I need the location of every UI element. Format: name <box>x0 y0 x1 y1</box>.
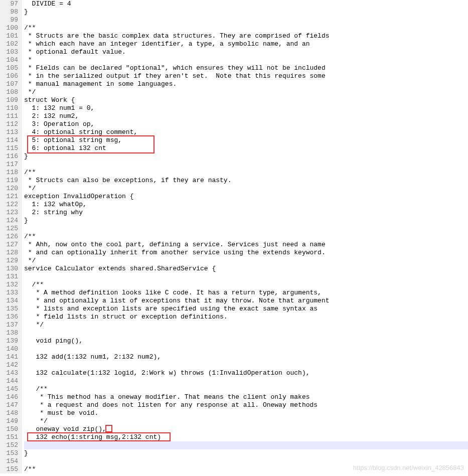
line-number: 143 <box>2 369 18 377</box>
code-line[interactable]: */ <box>24 185 468 193</box>
code-line[interactable]: 4: optional string comment, <box>24 128 468 136</box>
line-number: 129 <box>2 257 18 265</box>
code-line[interactable] <box>24 329 468 337</box>
code-line[interactable]: 3: Operation op, <box>24 120 468 128</box>
code-line[interactable]: * in the serialized output if they aren'… <box>24 72 468 80</box>
code-line[interactable]: * optional default value. <box>24 48 468 56</box>
code-line[interactable]: */ <box>24 417 468 425</box>
line-number: 145 <box>2 385 18 393</box>
line-number: 126 <box>2 233 18 241</box>
code-line[interactable]: } <box>24 8 468 16</box>
line-number: 132 <box>2 281 18 289</box>
code-line[interactable] <box>24 441 468 449</box>
line-number: 136 <box>2 313 18 321</box>
code-line[interactable] <box>24 361 468 369</box>
line-number: 103 <box>2 48 18 56</box>
line-number: 107 <box>2 80 18 88</box>
line-number: 118 <box>2 169 18 177</box>
code-line[interactable]: * manual management in some languages. <box>24 80 468 88</box>
line-number: 109 <box>2 96 18 104</box>
line-number: 117 <box>2 161 18 169</box>
code-line[interactable]: /** <box>24 281 468 289</box>
code-line[interactable]: * field lists in struct or exception def… <box>24 313 468 321</box>
code-line[interactable]: * a request and does not listen for any … <box>24 401 468 409</box>
line-number: 153 <box>2 449 18 457</box>
line-number: 146 <box>2 393 18 401</box>
line-number: 144 <box>2 377 18 385</box>
line-number: 155 <box>2 465 18 473</box>
code-line[interactable]: DIVIDE = 4 <box>24 0 468 8</box>
line-number: 138 <box>2 329 18 337</box>
code-line[interactable]: 5: optional string msg, <box>24 136 468 144</box>
code-line[interactable]: i32 add(1:i32 num1, 2:i32 num2), <box>24 353 468 361</box>
code-line[interactable] <box>24 345 468 353</box>
code-line[interactable]: } <box>24 449 468 457</box>
line-number: 134 <box>2 297 18 305</box>
code-line[interactable] <box>24 161 468 169</box>
code-line[interactable]: * and optionally a list of exceptions th… <box>24 297 468 305</box>
code-line[interactable]: i32 echo(1:string msg,2:i32 cnt) <box>24 433 468 441</box>
code-line[interactable] <box>24 273 468 281</box>
code-line[interactable]: * Structs can also be exceptions, if the… <box>24 177 468 185</box>
code-line[interactable]: 1: i32 whatOp, <box>24 201 468 209</box>
line-number: 128 <box>2 249 18 257</box>
code-line[interactable]: * A method definition looks like C code.… <box>24 289 468 297</box>
line-number-gutter: 9798991001011021031041051061071081091101… <box>0 0 22 473</box>
line-number: 147 <box>2 401 18 409</box>
line-number: 99 <box>2 16 18 24</box>
line-number: 131 <box>2 273 18 281</box>
line-number: 113 <box>2 128 18 136</box>
line-number: 125 <box>2 225 18 233</box>
code-line[interactable]: /** <box>24 169 468 177</box>
code-line[interactable]: exception InvalidOperation { <box>24 193 468 201</box>
line-number: 114 <box>2 136 18 144</box>
code-line[interactable]: 2: i32 num2, <box>24 112 468 120</box>
code-line[interactable]: * This method has a oneway modifier. Tha… <box>24 393 468 401</box>
code-line[interactable] <box>24 16 468 24</box>
code-line[interactable]: 6: optional i32 cnt <box>24 144 468 152</box>
code-line[interactable] <box>24 377 468 385</box>
line-number: 116 <box>2 152 18 161</box>
code-line[interactable]: */ <box>24 257 468 265</box>
code-line[interactable]: * and can optionally inherit from anothe… <box>24 249 468 257</box>
line-number: 141 <box>2 353 18 361</box>
code-line[interactable]: service Calculator extends shared.Shared… <box>24 265 468 273</box>
code-line[interactable]: * <box>24 56 468 64</box>
line-number: 135 <box>2 305 18 313</box>
code-line[interactable]: /** <box>24 24 468 32</box>
code-line[interactable]: */ <box>24 88 468 96</box>
line-number: 111 <box>2 112 18 120</box>
code-line[interactable]: * Ahh, now onto the cool part, defining … <box>24 241 468 249</box>
line-number: 142 <box>2 361 18 369</box>
code-line[interactable]: void ping(), <box>24 337 468 345</box>
line-number: 139 <box>2 337 18 345</box>
line-number: 112 <box>2 120 18 128</box>
code-line[interactable]: 2: string why <box>24 209 468 217</box>
code-line[interactable]: */ <box>24 321 468 329</box>
code-line[interactable]: 1: i32 num1 = 0, <box>24 104 468 112</box>
code-line[interactable]: /** <box>24 233 468 241</box>
code-line[interactable]: /** <box>24 385 468 393</box>
line-number: 152 <box>2 441 18 449</box>
line-number: 122 <box>2 201 18 209</box>
line-number: 133 <box>2 289 18 297</box>
code-line[interactable]: struct Work { <box>24 96 468 104</box>
line-number: 101 <box>2 32 18 40</box>
line-number: 151 <box>2 433 18 441</box>
code-line[interactable] <box>24 225 468 233</box>
code-editor: 9798991001011021031041051061071081091101… <box>0 0 468 473</box>
code-line[interactable] <box>24 457 468 465</box>
code-line[interactable]: * lists and exception lists are specifie… <box>24 305 468 313</box>
code-line[interactable]: i32 calculate(1:i32 logid, 2:Work w) thr… <box>24 369 468 377</box>
code-line[interactable]: * must be void. <box>24 409 468 417</box>
code-line[interactable]: * which each have an integer identifier,… <box>24 40 468 48</box>
line-number: 115 <box>2 144 18 152</box>
code-line[interactable]: /** <box>24 465 468 473</box>
code-line[interactable]: } <box>24 217 468 225</box>
code-line[interactable]: oneway void zip(), <box>24 425 468 433</box>
code-line[interactable]: * Fields can be declared "optional", whi… <box>24 64 468 72</box>
line-number: 124 <box>2 217 18 225</box>
code-line[interactable]: * Structs are the basic complex data str… <box>24 32 468 40</box>
code-line[interactable]: } <box>24 152 468 161</box>
line-number: 121 <box>2 193 18 201</box>
